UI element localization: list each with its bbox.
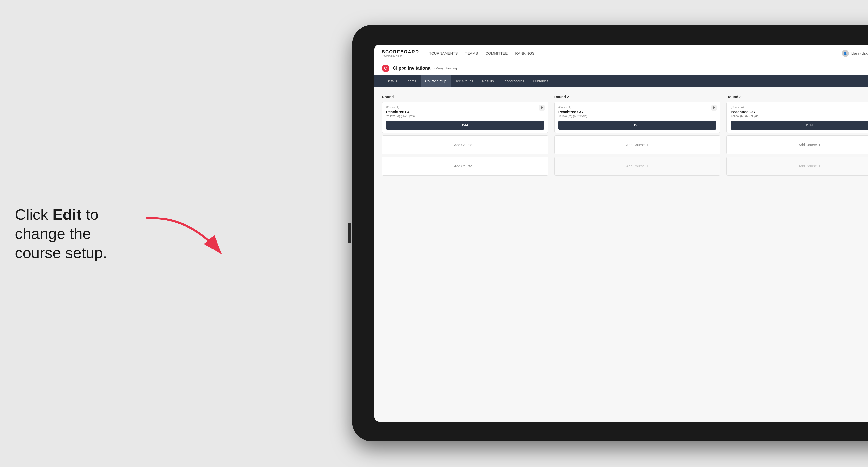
tab-tee-groups[interactable]: Tee Groups <box>451 75 478 87</box>
round-2-column: Round 2 🗑 (Course A) Peachtree GC Yellow… <box>554 95 721 178</box>
nav-link-teams[interactable]: TEAMS <box>465 50 478 56</box>
round-3-edit-button[interactable]: Edit <box>731 121 868 130</box>
round-3-course-name: Peachtree GC <box>731 110 868 114</box>
round-2-title: Round 2 <box>554 95 721 99</box>
sub-header-logo-letter: C <box>384 66 387 71</box>
rounds-grid: Round 1 🗑 (Course A) Peachtree GC Yellow… <box>382 95 868 178</box>
round-1-add-course-1[interactable]: Add Course + <box>382 157 548 176</box>
round-2-course-details: Yellow (M) (6629 yds) <box>558 114 716 118</box>
round-2-add-plus-1: + <box>646 164 648 168</box>
nav-logo-sub: Powered by clippd <box>382 55 419 57</box>
round-3-title: Round 3 <box>726 95 868 99</box>
round-3-column: Round 3 🗑 (Course A) Peachtree GC Yellow… <box>726 95 868 178</box>
round-1-add-plus-0: + <box>474 143 476 147</box>
instruction-bold: Edit <box>53 206 82 223</box>
round-2-course-label: (Course A) <box>558 106 716 108</box>
nav-links: TOURNAMENTS TEAMS COMMITTEE RANKINGS <box>429 50 842 56</box>
main-content: Round 1 🗑 (Course A) Peachtree GC Yellow… <box>374 87 868 422</box>
tab-leaderboards[interactable]: Leaderboards <box>498 75 528 87</box>
round-3-add-plus-1: + <box>818 164 820 168</box>
round-1-edit-button[interactable]: Edit <box>386 121 544 130</box>
nav-bar: SCOREBOARD Powered by clippd TOURNAMENTS… <box>374 44 868 62</box>
tab-printables[interactable]: Printables <box>528 75 553 87</box>
tablet-screen: SCOREBOARD Powered by clippd TOURNAMENTS… <box>374 44 868 422</box>
round-2-add-course-text-1: Add Course + <box>626 164 648 168</box>
round-1-course-card-0: 🗑 (Course A) Peachtree GC Yellow (M) (66… <box>382 102 548 133</box>
tab-course-setup[interactable]: Course Setup <box>421 75 451 87</box>
sub-header-badge: (Men) <box>434 66 443 70</box>
round-3-course-card-0: 🗑 (Course A) Peachtree GC Yellow (M) (66… <box>726 102 868 133</box>
nav-logo: SCOREBOARD Powered by clippd <box>382 49 419 57</box>
arrow-icon <box>139 213 226 263</box>
round-3-add-course-0[interactable]: Add Course + <box>726 135 868 154</box>
tab-teams[interactable]: Teams <box>402 75 421 87</box>
round-2-edit-button[interactable]: Edit <box>558 121 716 130</box>
round-3-add-plus-0: + <box>818 143 820 147</box>
round-1-add-course-0[interactable]: Add Course + <box>382 135 548 154</box>
round-3-add-course-text-1: Add Course + <box>799 164 820 168</box>
sub-header: C Clippd Invitational (Men) Hosting Canc… <box>374 62 868 75</box>
instruction-before: Click <box>15 206 53 223</box>
tab-results[interactable]: Results <box>478 75 498 87</box>
round-1-column: Round 1 🗑 (Course A) Peachtree GC Yellow… <box>382 95 548 178</box>
tablet-device: SCOREBOARD Powered by clippd TOURNAMENTS… <box>352 25 868 441</box>
round-3-course-details: Yellow (M) (6629 yds) <box>731 114 868 118</box>
arrow-container <box>139 213 226 263</box>
nav-link-tournaments[interactable]: TOURNAMENTS <box>429 50 458 56</box>
round-1-course-label: (Course A) <box>386 106 544 108</box>
round-2-add-course-0[interactable]: Add Course + <box>554 135 721 154</box>
instruction-text: Click Edit tochange thecourse setup. <box>15 205 107 262</box>
nav-link-committee[interactable]: COMMITTEE <box>485 50 508 56</box>
round-1-course-details: Yellow (M) (6629 yds) <box>386 114 544 118</box>
round-1-add-course-text-1: Add Course + <box>454 164 476 168</box>
round-3-add-course-1: Add Course + <box>726 157 868 176</box>
round-2-add-course-1: Add Course + <box>554 157 721 176</box>
round-2-add-plus-0: + <box>646 143 648 147</box>
round-2-course-name: Peachtree GC <box>558 110 716 114</box>
sub-header-tournament-name: Clippd Invitational <box>393 66 432 71</box>
nav-user-email: blair@clippd.io <box>851 51 868 55</box>
round-3-add-course-text-0: Add Course + <box>799 143 820 147</box>
nav-link-rankings[interactable]: RANKINGS <box>515 50 534 56</box>
round-2-delete-button[interactable]: 🗑 <box>711 105 717 111</box>
round-1-title: Round 1 <box>382 95 548 99</box>
round-1-add-plus-1: + <box>474 164 476 168</box>
round-1-delete-button[interactable]: 🗑 <box>539 105 545 111</box>
round-2-course-card-0: 🗑 (Course A) Peachtree GC Yellow (M) (66… <box>554 102 721 133</box>
round-2-add-course-text-0: Add Course + <box>626 143 648 147</box>
nav-avatar: 👤 <box>842 50 849 57</box>
tab-details[interactable]: Details <box>382 75 402 87</box>
round-1-add-course-text-0: Add Course + <box>454 143 476 147</box>
nav-logo-text: SCOREBOARD <box>382 49 419 55</box>
tabs-bar: Details Teams Course Setup Tee Groups Re… <box>374 75 868 87</box>
round-1-course-name: Peachtree GC <box>386 110 544 114</box>
sub-header-logo: C <box>382 65 390 72</box>
sub-header-hosting: Hosting <box>446 66 457 70</box>
round-3-course-label: (Course A) <box>731 106 868 108</box>
nav-user: 👤 blair@clippd.io | Sign out <box>842 50 868 57</box>
tablet-side-button <box>348 223 351 243</box>
